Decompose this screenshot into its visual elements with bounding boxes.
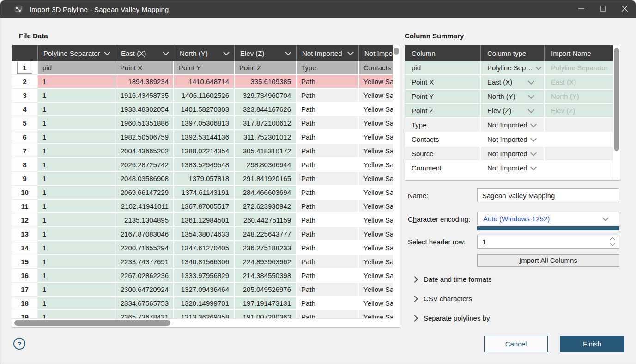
file-cell[interactable]: 2048.03586908 <box>115 172 174 186</box>
row-number-cell[interactable]: 18 <box>12 297 38 310</box>
character-encoding-dropdown[interactable]: Auto (Windows-1252) <box>477 212 619 225</box>
file-cell[interactable]: 1 <box>38 172 115 186</box>
file-cell[interactable]: 2135.1304895 <box>115 213 174 227</box>
section-separate-polylines-by[interactable]: Separate polylines by <box>412 314 490 322</box>
row-number-cell[interactable]: 6 <box>12 130 38 144</box>
file-cell[interactable]: 1 <box>38 200 115 213</box>
column-type-dropdown[interactable]: Not Imported <box>481 133 545 147</box>
file-cell[interactable]: 1 <box>38 144 115 158</box>
file-cell[interactable]: 1982.50506759 <box>115 130 174 144</box>
file-cell[interactable]: 1 <box>38 186 115 200</box>
section-csv-characters[interactable]: CSV characters <box>412 295 472 303</box>
file-cell[interactable]: 1960.51351886 <box>115 116 174 130</box>
scrollbar-thumb[interactable] <box>14 320 170 326</box>
file-cell[interactable]: Path <box>297 269 359 283</box>
finish-button[interactable]: Finish <box>560 336 624 352</box>
file-cell[interactable]: 2069.66147229 <box>115 186 174 200</box>
vertical-scrollbar[interactable] <box>613 45 620 180</box>
file-cell[interactable]: 329.734960704 <box>235 89 297 103</box>
file-cell[interactable]: 2267.02862236 <box>115 269 174 283</box>
file-cell[interactable]: Yellow Sa <box>359 200 394 213</box>
file-cell[interactable]: 1388.02214354 <box>174 144 235 158</box>
file-cell[interactable]: 284.466603694 <box>235 186 297 200</box>
vertical-scrollbar[interactable] <box>393 45 400 319</box>
file-cell[interactable]: 1374.61143191 <box>174 186 235 200</box>
file-column-header[interactable]: Not Imported <box>359 45 394 61</box>
file-cell[interactable]: 1 <box>38 283 115 297</box>
file-cell[interactable]: 1333.97956829 <box>174 269 235 283</box>
file-cell[interactable]: Point X <box>115 61 174 75</box>
file-cell[interactable]: pid <box>38 61 115 75</box>
file-cell[interactable]: 1 <box>38 255 115 269</box>
file-cell[interactable]: Path <box>297 255 359 269</box>
file-cell[interactable]: 2004.43665202 <box>115 144 174 158</box>
row-number-cell[interactable]: 9 <box>12 172 38 186</box>
row-number-cell[interactable]: 17 <box>12 283 38 297</box>
file-cell[interactable]: Path <box>297 200 359 213</box>
file-cell[interactable]: Path <box>297 283 359 297</box>
cancel-button[interactable]: Cancel <box>484 336 548 352</box>
chevron-down-icon[interactable] <box>528 107 534 113</box>
file-cell[interactable]: 1938.48302054 <box>115 103 174 116</box>
row-number-cell[interactable]: 13 <box>12 227 38 241</box>
file-cell[interactable]: 1401.58270303 <box>174 103 235 116</box>
file-cell[interactable]: 2233.74377691 <box>115 255 174 269</box>
file-cell[interactable]: 248.225643777 <box>235 227 297 241</box>
file-cell[interactable]: Path <box>297 75 359 89</box>
file-cell[interactable]: Yellow Sa <box>359 103 394 116</box>
chevron-down-icon[interactable] <box>528 78 534 85</box>
file-cell[interactable]: Yellow Sa <box>359 283 394 297</box>
file-cell[interactable]: 1 <box>38 158 115 172</box>
row-number-cell[interactable]: 7 <box>12 144 38 158</box>
file-cell[interactable]: 197.191473131 <box>235 297 297 310</box>
horizontal-scrollbar[interactable] <box>12 318 393 327</box>
file-cell[interactable]: Yellow Sa <box>359 297 394 310</box>
chevron-down-icon[interactable] <box>223 49 230 55</box>
row-number-cell[interactable]: 10 <box>12 186 38 200</box>
file-cell[interactable]: 2300.64720924 <box>115 283 174 297</box>
file-cell[interactable]: Path <box>297 116 359 130</box>
import-all-columns-button[interactable]: Import All Columns <box>477 254 619 267</box>
header-row-number-box[interactable]: 1 <box>17 62 32 74</box>
file-cell[interactable]: Path <box>297 227 359 241</box>
chevron-down-icon[interactable] <box>530 150 537 156</box>
file-cell[interactable]: 305.418310172 <box>235 144 297 158</box>
file-cell[interactable]: 323.844167626 <box>235 103 297 116</box>
file-cell[interactable]: Yellow Sa <box>359 130 394 144</box>
file-cell[interactable]: 2167.87083046 <box>115 227 174 241</box>
file-cell[interactable]: Path <box>297 297 359 310</box>
row-number-cell[interactable]: 15 <box>12 255 38 269</box>
file-column-header[interactable]: East (X) <box>115 45 174 61</box>
file-cell[interactable]: 1 <box>38 130 115 144</box>
file-cell[interactable]: 1367.87005517 <box>174 200 235 213</box>
file-column-header[interactable]: Polyline Separator <box>38 45 115 61</box>
file-cell[interactable]: 214.384550398 <box>235 269 297 283</box>
file-cell[interactable]: 1361.12984501 <box>174 213 235 227</box>
file-cell[interactable]: 1392.53144136 <box>174 130 235 144</box>
file-cell[interactable]: 2026.28725742 <box>115 158 174 172</box>
row-number-cell[interactable]: 1 <box>12 61 38 75</box>
file-cell[interactable]: Yellow Sa <box>359 75 394 89</box>
file-cell[interactable]: 1354.38074633 <box>174 227 235 241</box>
minimize-button[interactable] <box>570 0 592 18</box>
scrollbar-thumb[interactable] <box>394 48 399 55</box>
row-number-cell[interactable]: 12 <box>12 213 38 227</box>
chevron-down-icon[interactable] <box>530 164 537 170</box>
file-cell[interactable]: 311.752301012 <box>235 130 297 144</box>
file-cell[interactable]: 1 <box>38 297 115 310</box>
column-type-dropdown[interactable]: Not Imported <box>481 118 545 133</box>
file-cell[interactable]: Path <box>297 103 359 116</box>
file-cell[interactable]: 1406.11602526 <box>174 89 235 103</box>
file-cell[interactable]: 1 <box>38 227 115 241</box>
file-cell[interactable]: Path <box>297 241 359 255</box>
file-cell[interactable]: Yellow Sa <box>359 172 394 186</box>
file-cell[interactable]: Type <box>297 61 359 75</box>
file-cell[interactable]: 272.623930942 <box>235 200 297 213</box>
file-cell[interactable]: Yellow Sa <box>359 186 394 200</box>
file-cell[interactable]: Path <box>297 144 359 158</box>
file-cell[interactable]: 224.893963962 <box>235 255 297 269</box>
file-cell[interactable]: Point Z <box>235 61 297 75</box>
row-number-cell[interactable]: 8 <box>12 158 38 172</box>
file-cell[interactable]: 2200.71655294 <box>115 241 174 255</box>
file-cell[interactable]: 1410.648714 <box>174 75 235 89</box>
